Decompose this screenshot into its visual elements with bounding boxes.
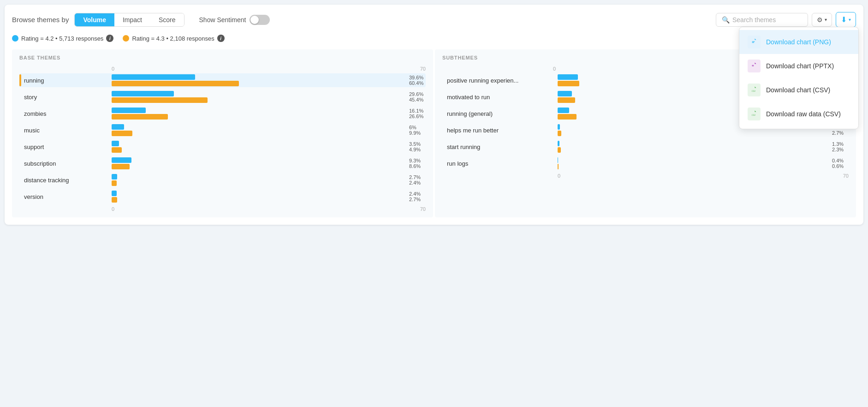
dropdown-item-pptx[interactable]: Download chart (PPTX): [739, 54, 858, 78]
axis-start-label: 0: [112, 66, 114, 72]
bar-orange-music: [112, 131, 132, 136]
theme-label-music: music: [24, 127, 112, 134]
tab-score[interactable]: Score: [150, 13, 184, 26]
subtheme-label-runlogs: run logs: [447, 160, 558, 167]
bar-line-blue: [112, 74, 406, 80]
bar-pct-orange-distance-tracking: 2.4%: [409, 180, 421, 186]
info-icon-orange[interactable]: i: [217, 35, 225, 42]
bar-orange-general: [558, 114, 577, 120]
legend-dot-blue: [12, 35, 18, 42]
tab-group: Volume Impact Score: [74, 13, 184, 27]
subtheme-label-helps: helps me run better: [447, 127, 558, 134]
subtheme-label-general: running (general): [447, 110, 558, 117]
subtheme-label-start: start running: [447, 144, 558, 150]
theme-label-support: support: [24, 144, 112, 150]
list-item[interactable]: zombies 16.1% 26.6%: [19, 107, 426, 120]
bar-values-support: 3.5% 4.9%: [409, 141, 426, 152]
legend-text-orange: Rating = 4.3 • 2,108 responses: [132, 35, 214, 42]
base-themes-axis-bottom: 0 70: [19, 206, 426, 212]
bars-runlogs: [558, 157, 829, 169]
bar-blue-subscription: [112, 157, 131, 163]
list-item[interactable]: start running 1.3% 2.3%: [442, 140, 849, 154]
bar-line-blue: [112, 191, 406, 196]
bar-line-blue: [112, 91, 406, 96]
theme-label-running: running: [24, 77, 112, 84]
list-item[interactable]: story 29.6% 45.4%: [19, 90, 426, 104]
bar-pct-orange-subscription: 8.6%: [409, 163, 421, 169]
subtheme-label-motivated: motivated to run: [447, 94, 558, 101]
bar-orange-subscription: [112, 164, 130, 169]
legend-row: Rating = 4.2 • 5,713 responses i Rating …: [12, 35, 856, 42]
list-item[interactable]: support 3.5% 4.9%: [19, 140, 426, 154]
base-themes-label: BASE THEMES: [19, 55, 426, 60]
bar-pct-orange-start: 2.3%: [832, 147, 844, 152]
tab-impact[interactable]: Impact: [114, 13, 150, 26]
bar-orange-version: [112, 197, 117, 203]
bar-blue-start: [558, 141, 559, 146]
info-icon-blue[interactable]: i: [106, 35, 113, 42]
bar-blue-runlogs: [558, 157, 558, 163]
theme-label-subscription: subscription: [24, 160, 112, 167]
bar-blue-zombies: [112, 108, 146, 113]
base-themes-chart: running 39.6% 60.4%: [19, 73, 426, 204]
dropdown-label-rawcsv: Download raw data (CSV): [766, 110, 841, 118]
toggle-knob: [250, 16, 259, 24]
gear-chevron-icon: ▾: [825, 17, 827, 22]
dropdown-label-csv: Download chart (CSV): [766, 86, 830, 94]
bar-orange-running: [112, 81, 239, 86]
bar-line-blue: [112, 124, 406, 130]
bar-pct-blue-story: 29.6%: [409, 91, 423, 97]
rawcsv-icon: CSV: [748, 108, 761, 120]
settings-button[interactable]: ⚙ ▾: [812, 13, 832, 27]
dropdown-item-png[interactable]: Download chart (PNG): [739, 30, 858, 54]
list-item[interactable]: music 6% 9.9%: [19, 123, 426, 137]
list-item[interactable]: version 2.4% 2.7%: [19, 190, 426, 204]
bars-subscription: [112, 157, 406, 169]
bar-orange-distance-tracking: [112, 180, 117, 186]
sentiment-toggle-switch[interactable]: [250, 15, 270, 25]
bar-orange-start: [558, 147, 561, 153]
theme-label-zombies: zombies: [24, 110, 112, 117]
bar-blue-helps: [558, 124, 560, 130]
bar-line-orange: [112, 81, 406, 86]
bar-line-orange: [558, 131, 829, 136]
base-themes-panel: BASE THEMES 0 70 running: [12, 49, 433, 217]
list-item[interactable]: run logs 0.4% 0.6%: [442, 156, 849, 170]
dropdown-item-rawcsv[interactable]: CSV Download raw data (CSV): [739, 102, 858, 126]
search-box[interactable]: 🔍 Search themes: [716, 13, 808, 27]
bar-line-orange: [112, 131, 406, 136]
bar-line-orange: [112, 114, 406, 120]
theme-label-distance-tracking: distance tracking: [24, 177, 112, 184]
bar-orange-story: [112, 97, 208, 103]
bar-pct-blue-support: 3.5%: [409, 141, 421, 147]
bar-line-blue: [112, 157, 406, 163]
legend-item-blue: Rating = 4.2 • 5,713 responses i: [12, 35, 113, 42]
bar-orange-support: [112, 147, 122, 153]
bar-line-blue: [112, 108, 406, 113]
tab-volume[interactable]: Volume: [75, 13, 114, 26]
list-item[interactable]: running 39.6% 60.4%: [19, 73, 426, 87]
svg-rect-2: [752, 42, 755, 43]
dropdown-item-csv[interactable]: CSV Download chart (CSV): [739, 78, 858, 102]
bar-blue-support: [112, 141, 119, 146]
bar-line-orange: [112, 164, 406, 169]
sub-axis-bottom-end: 70: [843, 173, 849, 179]
bar-values-subscription: 9.3% 8.6%: [409, 158, 426, 169]
csv-icon: CSV: [748, 84, 761, 96]
svg-text:CSV: CSV: [752, 90, 755, 92]
header-right: 🔍 Search themes ⚙ ▾ ⬇ ▾: [716, 12, 856, 27]
search-placeholder: Search themes: [732, 16, 776, 24]
svg-text:CSV: CSV: [752, 114, 755, 116]
download-chevron-icon: ▾: [849, 17, 851, 22]
download-button[interactable]: ⬇ ▾: [836, 12, 856, 27]
bar-orange-positive: [558, 81, 579, 86]
bar-pct-orange-support: 4.9%: [409, 147, 421, 152]
list-item[interactable]: subscription 9.3% 8.6%: [19, 156, 426, 170]
list-item[interactable]: distance tracking 2.7% 2.4%: [19, 173, 426, 187]
dropdown-label-png: Download chart (PNG): [766, 38, 831, 46]
png-icon: [748, 36, 761, 48]
sub-axis-bottom-start: 0: [558, 173, 560, 179]
bar-pct-orange-version: 2.7%: [409, 197, 421, 202]
bar-pct-blue-distance-tracking: 2.7%: [409, 174, 421, 180]
bar-line-orange: [558, 164, 829, 169]
